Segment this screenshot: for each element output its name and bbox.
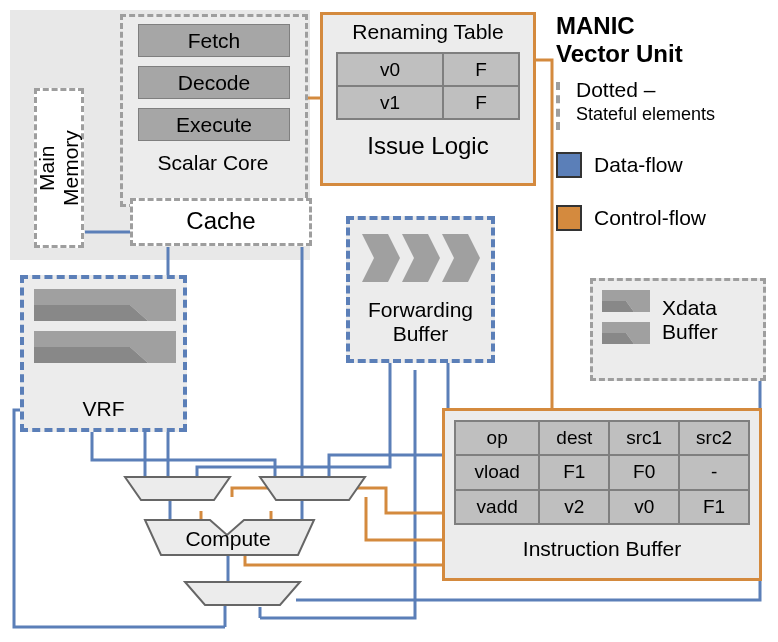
ib-r0c3: - bbox=[679, 455, 749, 489]
ib-h2: src1 bbox=[609, 421, 679, 455]
ib-r1c0: vadd bbox=[455, 490, 539, 524]
ib-r0c1: F1 bbox=[539, 455, 609, 489]
instrbuf-label: Instruction Buffer bbox=[442, 537, 762, 561]
compute-label: Compute bbox=[158, 527, 298, 551]
svg-marker-24 bbox=[260, 477, 365, 500]
ib-h1: dest bbox=[539, 421, 609, 455]
svg-marker-23 bbox=[125, 477, 230, 500]
ib-r1c1: v2 bbox=[539, 490, 609, 524]
ib-r0c0: vload bbox=[455, 455, 539, 489]
ib-r0c2: F0 bbox=[609, 455, 679, 489]
ib-h0: op bbox=[455, 421, 539, 455]
ib-r1c2: v0 bbox=[609, 490, 679, 524]
svg-marker-26 bbox=[185, 582, 300, 605]
ib-r1c3: F1 bbox=[679, 490, 749, 524]
instr-table: op dest src1 src2 vload F1 F0 - vadd v2 … bbox=[454, 420, 750, 525]
ib-h3: src2 bbox=[679, 421, 749, 455]
